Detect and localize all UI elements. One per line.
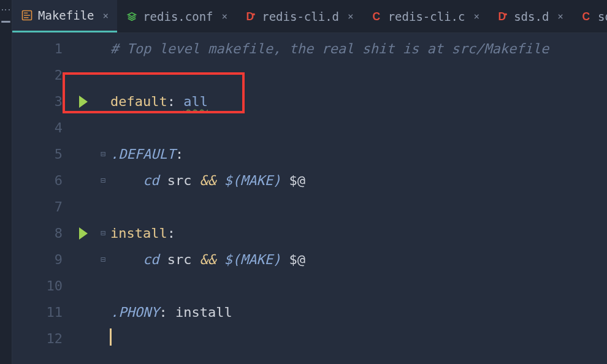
line-number: 1 <box>12 36 63 62</box>
tab-label: redis-cli.c <box>388 10 465 23</box>
tab-redis-conf[interactable]: redis.conf × <box>117 0 236 32</box>
code-editor[interactable]: 1 2 3 4 5 6 7 8 9 10 11 12 <box>12 33 607 364</box>
conf-icon <box>126 10 138 23</box>
run-target-icon[interactable] <box>79 96 88 108</box>
line-number: 2 <box>12 62 63 88</box>
svg-text:D: D <box>498 10 506 23</box>
tab-label: sds.d <box>514 10 549 23</box>
line-number-gutter: 1 2 3 4 5 6 7 8 9 10 11 12 <box>12 33 71 364</box>
close-icon[interactable]: × <box>348 10 354 22</box>
fold-end-icon[interactable]: ⊟ <box>101 246 105 273</box>
run-target-icon[interactable] <box>79 227 88 240</box>
svg-point-5 <box>505 13 507 15</box>
line-number: 3 <box>12 88 63 115</box>
line-number: 7 <box>12 194 63 220</box>
make-special-target: .DEFAULT <box>110 146 175 162</box>
svg-point-2 <box>253 13 255 15</box>
close-icon[interactable]: × <box>474 10 480 22</box>
line-number: 4 <box>12 115 63 141</box>
close-icon[interactable]: × <box>222 10 228 22</box>
tab-redis-cli-c[interactable]: C redis-cli.c × <box>362 0 488 32</box>
d-icon: D <box>497 10 509 23</box>
d-icon: D <box>245 10 257 23</box>
tab-label: redis.conf <box>143 10 213 23</box>
tab-makefile[interactable]: Makefile × <box>12 0 117 32</box>
make-target: install <box>110 226 167 241</box>
tab-sds-d[interactable]: D sds.d × <box>488 0 572 32</box>
close-icon[interactable]: × <box>103 10 109 21</box>
fold-end-icon[interactable]: ⊟ <box>101 167 105 194</box>
run-gutter <box>71 33 96 364</box>
fold-start-icon[interactable]: ⊟ <box>101 141 105 167</box>
tab-sds-c[interactable]: C sds.c <box>572 0 607 32</box>
minimize-button[interactable]: — <box>1 12 10 29</box>
make-phony: .PHONY <box>110 305 159 320</box>
line-number: 6 <box>12 167 63 194</box>
makefile-icon <box>21 9 33 21</box>
svg-text:D: D <box>246 10 254 23</box>
fold-gutter: ⊟ ⊟ ⊟ ⊟ <box>96 33 110 364</box>
line-number: 11 <box>12 299 63 325</box>
text-cursor <box>110 328 112 346</box>
close-icon[interactable]: × <box>557 10 563 22</box>
make-target: default <box>110 94 167 109</box>
main-area: Makefile × redis.conf × D redis-cli.d × … <box>12 0 607 364</box>
line-number: 5 <box>12 141 63 167</box>
tab-label: redis-cli.d <box>262 10 339 23</box>
tab-bar: Makefile × redis.conf × D redis-cli.d × … <box>12 0 607 33</box>
code-content[interactable]: # Top level makefile, the real shit is a… <box>110 33 607 364</box>
line-number: 8 <box>12 220 63 246</box>
line-number: 12 <box>12 325 63 352</box>
c-icon: C <box>371 10 383 23</box>
tab-label: Makefile <box>38 9 94 22</box>
tool-sidebar: ⋮ — <box>0 0 12 364</box>
line-number: 10 <box>12 273 63 299</box>
comment-text: # Top level makefile, the real shit is a… <box>110 41 549 56</box>
fold-start-icon[interactable]: ⊟ <box>101 220 105 246</box>
line-number: 9 <box>12 246 63 273</box>
tab-redis-cli-d[interactable]: D redis-cli.d × <box>236 0 362 32</box>
tab-label: sds.c <box>598 10 607 23</box>
svg-text:C: C <box>372 10 380 23</box>
svg-text:C: C <box>582 10 590 23</box>
make-dependency: all <box>183 94 208 109</box>
c-icon: C <box>581 10 593 23</box>
